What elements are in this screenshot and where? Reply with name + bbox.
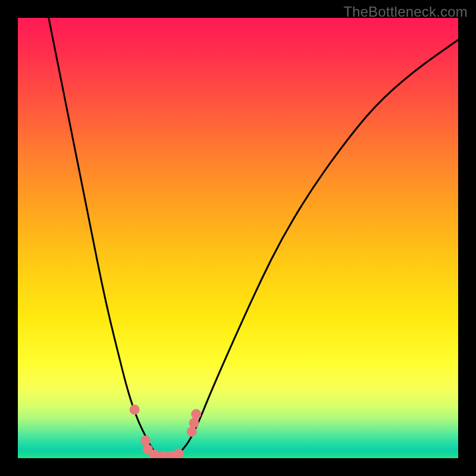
data-point-8 bbox=[189, 418, 199, 428]
curve-left-branch bbox=[49, 18, 159, 456]
watermark-text: TheBottleneck.com bbox=[343, 4, 468, 20]
plot-area bbox=[18, 18, 458, 458]
chart-svg bbox=[18, 18, 458, 458]
curve-right-branch bbox=[176, 40, 458, 456]
data-point-1 bbox=[140, 436, 151, 446]
data-point-7 bbox=[187, 427, 197, 437]
data-point-0 bbox=[130, 405, 140, 415]
data-point-9 bbox=[191, 409, 201, 419]
points-group bbox=[130, 405, 202, 458]
data-point-4 bbox=[158, 451, 168, 458]
curve-group bbox=[49, 18, 458, 456]
